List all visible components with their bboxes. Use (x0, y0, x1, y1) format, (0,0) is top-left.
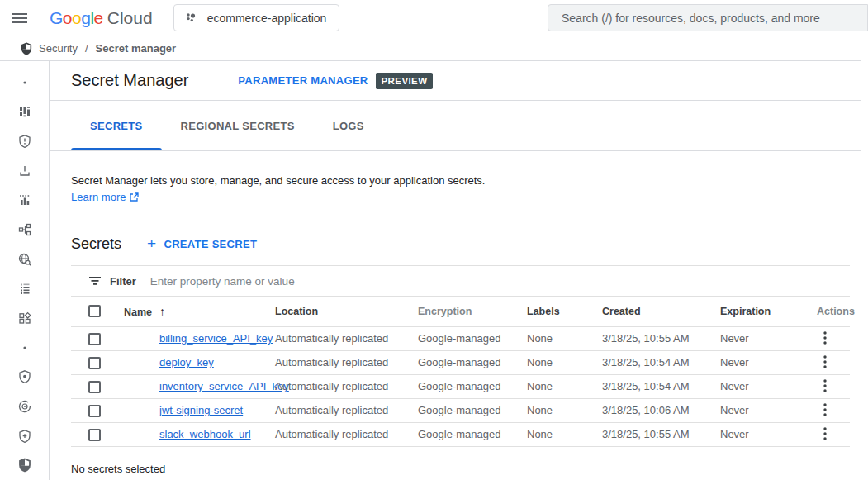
sidebar-item-3[interactable] (0, 126, 49, 156)
breadcrumb-current-page: Secret manager (96, 42, 177, 55)
sidebar-item-6[interactable] (0, 215, 49, 245)
row-checkbox[interactable] (88, 333, 101, 345)
cell-labels: None (527, 398, 602, 422)
column-header-location[interactable]: Location (275, 297, 418, 326)
menu-icon[interactable] (12, 8, 32, 28)
secret-name-link[interactable]: slack_webhook_url (159, 428, 251, 440)
cell-created: 3/18/25, 10:55 AM (602, 326, 720, 350)
sidebar-item-13[interactable] (0, 421, 49, 451)
security-shield-icon (17, 458, 32, 473)
cell-expiration: Never (720, 422, 817, 446)
security-products-sidebar (0, 61, 50, 480)
cell-location: Automatically replicated (275, 398, 418, 422)
global-search-box (548, 4, 868, 31)
create-secret-label: CREATE SECRET (164, 238, 257, 250)
cell-encryption: Google-managed (418, 326, 527, 350)
sidebar-item-12[interactable] (0, 392, 49, 421)
bar-chart-icon (17, 192, 32, 207)
cell-created: 3/18/25, 10:54 AM (602, 374, 720, 398)
row-checkbox[interactable] (88, 405, 101, 417)
security-shield-icon (20, 42, 33, 55)
row-actions-menu-icon[interactable] (818, 425, 832, 442)
sidebar-item-8[interactable] (0, 273, 49, 303)
secrets-table: Name↑ Location Encryption Labels Created… (71, 297, 850, 447)
row-checkbox[interactable] (88, 357, 101, 369)
secret-name-link[interactable]: jwt-signing-secret (159, 404, 243, 416)
shield-plus-icon (17, 429, 32, 444)
secret-name-link[interactable]: billing_service_API_key (159, 332, 273, 345)
cell-labels: None (527, 326, 602, 350)
sidebar-item-5[interactable] (0, 186, 49, 216)
top-app-bar: Google Cloud ecommerce-application (0, 0, 868, 36)
dot-icon (17, 75, 32, 90)
column-header-created[interactable]: Created (602, 297, 720, 326)
filter-icon (88, 275, 102, 287)
google-logo-text: Google (50, 8, 103, 28)
column-header-encryption: Encryption (418, 297, 527, 326)
cell-encryption: Google-managed (418, 350, 527, 374)
plus-icon: + (147, 235, 156, 251)
sidebar-item-1[interactable] (0, 68, 49, 97)
breadcrumb-security-link[interactable]: Security (39, 42, 78, 55)
filter-bar: Filter (71, 266, 850, 297)
create-secret-button[interactable]: + CREATE SECRET (147, 236, 257, 252)
filter-label: Filter (110, 275, 136, 288)
table-row: slack_webhook_url Automatically replicat… (71, 422, 850, 446)
row-checkbox[interactable] (88, 429, 101, 441)
dot-icon (17, 340, 32, 355)
row-checkbox[interactable] (88, 381, 101, 393)
search-input[interactable] (548, 12, 867, 25)
row-actions-menu-icon[interactable] (818, 378, 832, 394)
tab-logs[interactable]: LOGS (314, 101, 383, 150)
tab-regional-secrets[interactable]: REGIONAL SECRETS (162, 101, 314, 150)
sidebar-item-2[interactable] (0, 97, 49, 127)
cell-encryption: Google-managed (418, 422, 527, 446)
sidebar-item-4[interactable] (0, 156, 49, 186)
compliance-ring-icon (17, 399, 32, 414)
policy-list-icon (17, 281, 32, 296)
secret-name-link[interactable]: deploy_key (159, 356, 214, 368)
column-header-name[interactable]: Name↑ (124, 297, 275, 326)
sidebar-item-11[interactable] (0, 362, 49, 392)
cell-created: 3/18/25, 10:54 AM (602, 350, 720, 374)
cell-created: 3/18/25, 10:06 AM (602, 398, 720, 422)
cell-expiration: Never (720, 374, 817, 398)
column-label: Name (124, 307, 152, 318)
table-row: billing_service_API_key Automatically re… (71, 326, 850, 350)
parameter-manager-link[interactable]: PARAMETER MANAGER (238, 74, 368, 87)
external-link-icon (129, 192, 139, 202)
selection-status: No secrets selected (71, 463, 840, 475)
secrets-heading: Secrets (71, 235, 121, 253)
tab-bar: SECRETS REGIONAL SECRETS LOGS (50, 101, 861, 151)
sidebar-item-9[interactable] (0, 303, 49, 333)
table-row: inventory_service_API_key Automatically … (71, 374, 850, 398)
cloud-logo-text: Cloud (107, 8, 153, 28)
sidebar-item-14[interactable] (0, 450, 49, 480)
page-title: Secret Manager (71, 71, 188, 90)
main-content: Secret Manager PARAMETER MANAGER PREVIEW… (50, 61, 861, 480)
select-all-checkbox[interactable] (88, 305, 101, 317)
row-actions-menu-icon[interactable] (818, 354, 832, 370)
page-header: Secret Manager PARAMETER MANAGER PREVIEW (50, 61, 861, 101)
cell-created: 3/18/25, 10:55 AM (602, 422, 720, 446)
breadcrumb: Security / Secret manager (0, 36, 861, 61)
row-actions-menu-icon[interactable] (818, 402, 832, 418)
sidebar-item-10[interactable] (0, 333, 49, 363)
column-header-expiration[interactable]: Expiration (720, 297, 817, 326)
cell-location: Automatically replicated (275, 422, 418, 446)
cell-labels: None (527, 422, 602, 446)
secrets-section-header: Secrets + CREATE SECRET (71, 235, 840, 253)
filter-input[interactable] (150, 275, 850, 288)
table-row: jwt-signing-secret Automatically replica… (71, 398, 850, 422)
download-tray-icon (17, 164, 32, 178)
sidebar-item-7[interactable] (0, 245, 49, 274)
table-row: deploy_key Automatically replicated Goog… (71, 350, 850, 374)
cell-expiration: Never (720, 398, 817, 422)
tab-secrets[interactable]: SECRETS (71, 101, 162, 150)
project-selector[interactable]: ecommerce-application (173, 4, 340, 31)
column-header-labels[interactable]: Labels (527, 297, 602, 326)
secret-name-link[interactable]: inventory_service_API_key (159, 380, 289, 392)
row-actions-menu-icon[interactable] (818, 330, 832, 346)
learn-more-link[interactable]: Learn more (71, 189, 139, 206)
asset-blocks-icon (17, 104, 32, 119)
